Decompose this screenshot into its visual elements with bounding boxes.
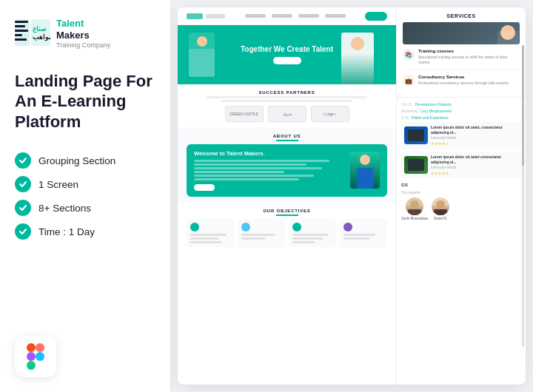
check-label-screen: 1 Screen: [38, 179, 78, 190]
svg-rect-2: [15, 25, 25, 27]
hero-image: [341, 33, 374, 84]
course-card-2: Lorem ipsum dolor sit amet consectetur a…: [401, 152, 521, 178]
check-label-time: Time : 1 Day: [38, 226, 95, 237]
check-icon-grouping: [15, 152, 31, 169]
service-icon-1: 📚: [403, 49, 415, 61]
obj-card-1: [187, 219, 234, 247]
logo-name-line1: Talent: [56, 18, 110, 30]
member-avatar-2: [432, 197, 449, 215]
nav-links: [245, 14, 346, 18]
partner-logo-1: GREEN CASTLE: [225, 106, 264, 122]
about-person-image: [350, 152, 380, 189]
member-avatar-1: [406, 197, 423, 215]
obj-icon-3: [292, 223, 301, 232]
partner-logo-2: شريك: [268, 106, 306, 122]
service-text-2: Consultancy Services Professional consul…: [418, 75, 509, 86]
obj-card-2: [238, 219, 285, 247]
hero-title: Together We Create Talent: [241, 45, 333, 53]
svg-rect-5: [15, 38, 27, 41]
obj-icon-1: [190, 223, 199, 232]
team-section: GS Our experts Sachi Mussokawa: [401, 183, 521, 220]
team-sub: Our experts: [401, 190, 521, 195]
check-item-time: Time : 1 Day: [15, 223, 155, 240]
team-member-2: Daniel R.: [432, 197, 449, 220]
site-hero: Together We Create Talent: [178, 25, 396, 84]
figma-badge: [15, 336, 56, 377]
preview-container: Together We Create Talent SUCCESS: [178, 7, 526, 385]
check-item-sections: 8+ Sections: [15, 200, 155, 216]
svg-rect-1: [15, 21, 28, 23]
course-info-2: Lorem ipsum dolor sit amet consectetur a…: [431, 155, 518, 175]
team-title: GS: [401, 183, 521, 187]
course-card-1: Lorem ipsum dolor sit amet, consectetur …: [401, 122, 521, 149]
svg-text:صناع: صناع: [33, 25, 47, 33]
course-thumb-1: [404, 126, 428, 144]
svg-text:المواهب: المواهب: [33, 33, 50, 41]
obj-icon-2: [241, 223, 250, 232]
logo-text: Talent Makers Training Company: [56, 18, 110, 50]
check-item-screen: 1 Screen: [15, 176, 155, 192]
scroll-indicator: [522, 45, 524, 347]
about-heading: Welcome to Talent Makers.: [194, 150, 344, 158]
svg-rect-6: [31, 19, 50, 46]
course-stars-1: ★★★★★: [431, 141, 518, 146]
partner-logo-3: • Logo •: [311, 106, 349, 122]
obj-icon-4: [343, 223, 352, 232]
team-member-1: Sachi Mussokawa: [401, 197, 428, 220]
logo-name-line2: Makers: [56, 30, 110, 41]
page-title: Landing Page For An E-Learning Platform: [15, 71, 155, 132]
check-label-grouping: Grouping Section: [38, 155, 115, 166]
scroll-thumb: [522, 45, 524, 166]
site-partners: SUCCESS PARTNERS GREEN CASTLE شريك: [178, 84, 396, 128]
site-objectives: OUR OBJECTIVES: [178, 203, 396, 253]
check-item-grouping: Grouping Section: [15, 152, 155, 169]
objectives-grid: [187, 219, 387, 247]
services-image: [403, 22, 520, 44]
svg-rect-12: [27, 361, 36, 370]
partners-logos: GREEN CASTLE شريك • Logo •: [187, 106, 387, 122]
course-info-1: Lorem ipsum dolor sit amet, consectetur …: [431, 125, 518, 146]
services-title: SERVICES: [403, 13, 520, 18]
check-icon-sections: [15, 200, 31, 216]
team-members: Sachi Mussokawa Daniel R.: [401, 197, 521, 220]
services-item-2: 💼 Consultancy Services Professional cons…: [403, 75, 520, 91]
checklist: Grouping Section 1 Screen 8+ Sections Ti…: [15, 152, 155, 240]
logo-icon: صناع المواهب: [15, 19, 50, 49]
courses-panel: Oct 11 Development Projects Marketing Lu…: [397, 98, 526, 385]
obj-card-4: [340, 219, 387, 247]
svg-point-13: [36, 352, 44, 361]
about-button[interactable]: [194, 184, 215, 191]
course-stars-2: ★★★★★: [431, 171, 518, 175]
site-nav: [178, 7, 396, 25]
services-panel: SERVICES 📚 Training courses Specialized …: [397, 7, 526, 98]
svg-rect-10: [36, 343, 44, 352]
logo-tagline: Training Company: [56, 41, 110, 50]
course-list: Oct 11 Development Projects Marketing Lu…: [401, 102, 521, 122]
service-icon-2: 💼: [403, 75, 415, 87]
meta-row-3: 8 Oc Prelim and Experience: [401, 115, 521, 120]
check-label-sections: 8+ Sections: [38, 203, 91, 214]
check-icon-screen: [15, 176, 31, 192]
hero-button[interactable]: [273, 57, 301, 64]
meta-row-2: Marketing Lucy Bloqissement: [401, 109, 521, 113]
left-panel: صناع المواهب Talent Makers Training Comp…: [0, 0, 170, 392]
nav-cta-button[interactable]: [365, 12, 387, 21]
about-section-title: ABOUT US: [187, 134, 387, 138]
partners-sub: [187, 96, 387, 102]
site-about: ABOUT US Welcome to Talent Makers.: [178, 128, 396, 203]
member-name-2: Daniel R.: [434, 217, 448, 220]
course-thumb-2: [404, 156, 428, 174]
logo-area: صناع المواهب Talent Makers Training Comp…: [15, 18, 155, 50]
website-preview: Together We Create Talent SUCCESS: [178, 7, 526, 385]
meta-row-1: Oct 11 Development Projects: [401, 102, 521, 107]
about-text: Welcome to Talent Makers.: [194, 150, 344, 191]
svg-rect-3: [15, 30, 28, 32]
objectives-title: OUR OBJECTIVES: [187, 209, 387, 213]
svg-rect-11: [27, 352, 36, 361]
svg-rect-4: [15, 34, 22, 36]
about-inner: Welcome to Talent Makers.: [187, 144, 387, 197]
right-panel: Together We Create Talent SUCCESS: [170, 0, 533, 392]
svg-rect-0: [15, 19, 30, 46]
about-desc-lines: [194, 160, 344, 180]
partners-title: SUCCESS PARTNERS: [187, 90, 387, 95]
